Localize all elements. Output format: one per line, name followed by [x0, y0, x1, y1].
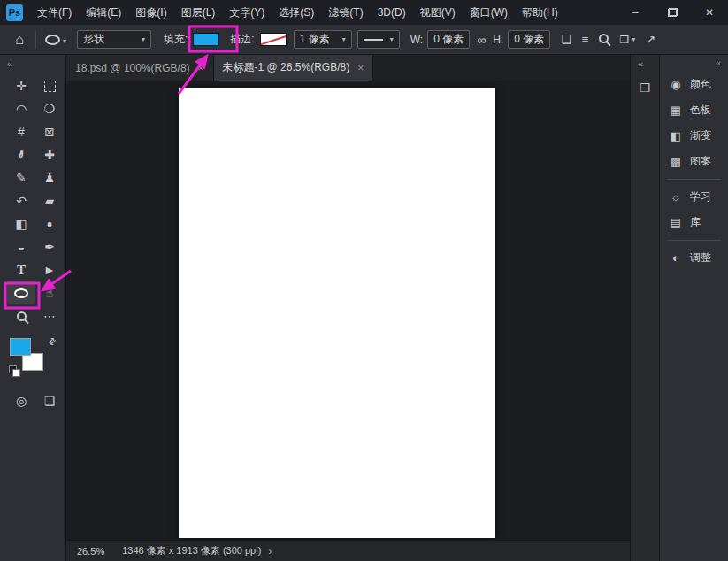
eyedropper-tool[interactable]: ✒ — [7, 143, 35, 166]
menu-item[interactable]: 滤镜(T) — [321, 0, 370, 25]
patterns-icon: ▩ — [669, 155, 683, 168]
document-canvas[interactable] — [179, 88, 495, 538]
brush-tool[interactable]: ✎ — [7, 166, 35, 189]
panel-stack-icon[interactable]: ❒ — [631, 81, 659, 95]
zoom-tool[interactable] — [7, 304, 35, 327]
stroke-color-swatch[interactable] — [260, 33, 287, 46]
shape-mode-select[interactable]: 形状 ▾ — [77, 30, 151, 49]
panel-tab-swatches[interactable]: ▦色板 — [660, 97, 728, 123]
default-colors-icon[interactable] — [9, 365, 20, 377]
frame-tool[interactable]: ⊠ — [35, 120, 64, 143]
photoshop-logo-icon: Ps — [6, 4, 23, 21]
ellipse-tool-icon — [45, 35, 60, 45]
shape-width-value: 0 像素 — [433, 32, 464, 47]
hand-tool[interactable]: ☝ — [35, 281, 64, 304]
menu-item[interactable]: 图像(I) — [128, 0, 173, 25]
panel-sidebar: « ◉颜色▦色板◧渐变▩图案☼学习▤库◐调整 — [659, 55, 728, 561]
quick-mask-mode-button[interactable]: ◎ — [7, 389, 35, 412]
pen-tool[interactable]: ✒ — [35, 235, 64, 258]
window-controls: – ✕ — [617, 0, 728, 25]
document-info: 1346 像素 x 1913 像素 (300 ppi) › — [122, 544, 272, 557]
panel-tab-label: 库 — [690, 215, 701, 230]
shape-width-field[interactable]: 0 像素 — [427, 30, 470, 49]
menu-item[interactable]: 选择(S) — [272, 0, 321, 25]
panel-toggle-button[interactable]: ❒ ▾ — [619, 34, 635, 46]
panel-tab-patterns[interactable]: ▩图案 — [660, 149, 728, 174]
panel-tab-libraries[interactable]: ▤库 — [660, 210, 728, 235]
chevron-down-icon: ▾ — [63, 38, 66, 45]
background-color-swatch[interactable] — [22, 353, 43, 371]
tools-grid: ✛◠❍#⊠✒✚✎♟↶▰◧●◒✒T►☝⋯ — [0, 74, 65, 327]
move-tool[interactable]: ✛ — [7, 74, 35, 97]
collapse-panels-button[interactable]: « — [660, 55, 728, 72]
fill-color-swatch[interactable] — [193, 33, 219, 46]
eraser-tool[interactable]: ▰ — [35, 189, 64, 212]
pen-tool-icon: ✒ — [44, 241, 55, 253]
collapse-toolbar-button[interactable]: « — [0, 55, 65, 71]
chevron-right-icon[interactable]: › — [268, 545, 272, 557]
document-tab[interactable]: 18.psd @ 100%(RGB/8)× — [66, 55, 214, 81]
minimize-button[interactable]: – — [617, 0, 654, 25]
zoom-level[interactable]: 26.5% — [77, 546, 104, 557]
collapse-dock-button[interactable]: « — [631, 55, 659, 71]
dodge-tool[interactable]: ◒ — [7, 235, 35, 258]
shape-height-field[interactable]: 0 像素 — [508, 30, 550, 49]
path-operations-button[interactable]: ❏ — [561, 34, 571, 45]
menu-item[interactable]: 窗口(W) — [463, 0, 515, 25]
close-button[interactable]: ✕ — [691, 0, 728, 25]
tab-close-icon[interactable]: × — [198, 62, 204, 74]
screen-mode-button-icon: ❏ — [44, 395, 56, 407]
gradient-tool[interactable]: ◧ — [7, 212, 35, 235]
rectangular-marquee-tool[interactable] — [35, 74, 64, 97]
panel-tab-gradients[interactable]: ◧渐变 — [660, 123, 728, 149]
tool-preset-button[interactable]: ▾ — [45, 35, 66, 45]
crop-tool[interactable]: # — [7, 120, 35, 143]
move-tool-icon: ✛ — [16, 80, 27, 92]
type-tool[interactable]: T — [7, 258, 35, 281]
search-icon[interactable] — [599, 34, 609, 45]
menu-item[interactable]: 编辑(E) — [79, 0, 128, 25]
hand-tool-icon: ☝ — [46, 287, 54, 299]
blur-tool[interactable]: ● — [35, 212, 64, 235]
menu-item[interactable]: 图层(L) — [174, 0, 223, 25]
restore-button[interactable] — [654, 0, 691, 25]
foreground-color-swatch[interactable] — [10, 338, 31, 356]
share-button[interactable]: ↗ — [646, 34, 655, 45]
gradients-icon: ◧ — [669, 129, 683, 142]
panel-tab-learn[interactable]: ☼学习 — [660, 184, 728, 210]
link-dimensions-icon[interactable]: ∞ — [477, 34, 486, 46]
rectangular-marquee-tool-icon — [44, 81, 56, 92]
menu-item[interactable]: 视图(V) — [413, 0, 463, 25]
document-tab[interactable]: 未标题-1 @ 26.5%(RGB/8)× — [214, 55, 374, 81]
screen-mode-button[interactable]: ❏ — [35, 389, 64, 412]
menu-item[interactable]: 文字(Y) — [222, 0, 272, 25]
tab-close-icon[interactable]: × — [357, 62, 364, 74]
panel-tab-adjustments[interactable]: ◐调整 — [660, 245, 728, 271]
spot-healing-brush-tool[interactable]: ✚ — [35, 143, 64, 166]
panel-icon: ❒ — [619, 34, 629, 46]
clone-stamp-tool[interactable]: ♟ — [35, 166, 64, 189]
lasso-tool[interactable]: ◠ — [7, 97, 35, 120]
object-selection-tool[interactable]: ❍ — [35, 97, 64, 120]
path-alignment-button[interactable]: ≡ — [582, 34, 589, 45]
height-label: H: — [493, 34, 503, 46]
menu-item[interactable]: 帮助(H) — [515, 0, 565, 25]
swap-colors-icon[interactable]: ⇄ — [47, 335, 58, 347]
restore-icon — [668, 8, 678, 17]
menu-item[interactable]: 文件(F) — [30, 0, 79, 25]
object-selection-tool-icon: ❍ — [44, 103, 56, 115]
zoom-tool-icon — [17, 311, 27, 321]
frame-tool-icon: ⊠ — [44, 126, 55, 138]
stroke-width-select[interactable]: 1 像素 ▾ — [294, 30, 352, 49]
type-tool-icon: T — [17, 264, 26, 277]
stroke-style-select[interactable]: ▾ — [357, 30, 400, 49]
path-selection-tool[interactable]: ► — [35, 258, 64, 281]
document-tabbar: 18.psd @ 100%(RGB/8)×未标题-1 @ 26.5%(RGB/8… — [66, 55, 630, 81]
history-brush-tool[interactable]: ↶ — [7, 189, 35, 212]
edit-toolbar-button[interactable]: ⋯ — [35, 304, 64, 327]
ellipse-tool[interactable] — [7, 281, 35, 304]
learn-icon: ☼ — [669, 190, 683, 204]
panel-tab-color[interactable]: ◉颜色 — [660, 72, 728, 97]
home-button[interactable]: ⌂ — [11, 33, 28, 47]
menu-item[interactable]: 3D(D) — [371, 0, 413, 25]
